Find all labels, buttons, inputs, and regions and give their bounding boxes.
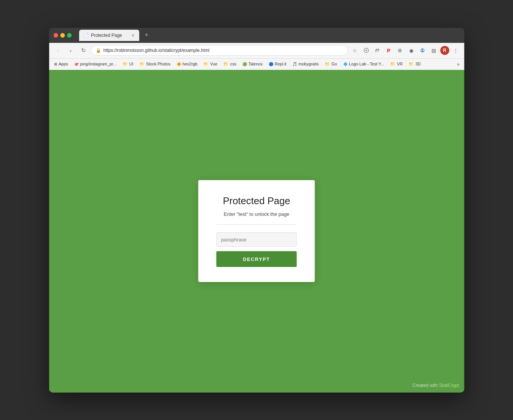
bookmark-talenox[interactable]: 🟢 Talenox (240, 61, 265, 67)
passphrase-input[interactable] (216, 232, 297, 247)
card-title: Protected Page (223, 195, 290, 207)
more-button[interactable]: ⋮ (451, 45, 460, 55)
folder-icon: 📁 (123, 62, 128, 67)
folder-icon: 📁 (409, 62, 414, 67)
bookmark-vr[interactable]: 📁 VR (388, 61, 405, 67)
decrypt-card: Protected Page Enter "test" to unlock th… (198, 180, 315, 282)
bookmark-github-label: ping/instagram_pr... (80, 62, 117, 66)
pinterest-button[interactable]: P (384, 45, 393, 55)
talenox-icon: 🟢 (242, 62, 247, 66)
active-tab[interactable]: 📄 Protected Page × (79, 30, 139, 41)
bookmark-css[interactable]: 📁 css (221, 61, 239, 67)
tab-bar: 📄 Protected Page × + (79, 30, 460, 41)
traffic-lights (53, 33, 71, 38)
bookmark-apps[interactable]: ⊞ Apps (52, 61, 70, 67)
bookmark-hex2rgb-label: hex2rgb (183, 62, 198, 66)
bookmark-apps-label: Apps (59, 62, 68, 66)
mobygratis-icon: 🎵 (292, 62, 297, 66)
toolbar: ‹ › ↻ 🔒 https://robinmoisson.github.io/s… (49, 43, 464, 59)
url-text: https://robinmoisson.github.io/staticryp… (103, 48, 209, 53)
bookmark-stock-photos[interactable]: 📁 Stock Photos (137, 61, 173, 67)
bookmark-vr-label: VR (397, 62, 403, 66)
tab-title: Protected Page (91, 33, 122, 38)
fullscreen-button[interactable] (67, 33, 71, 38)
bookmark-mobygratis-label: mobygratis (298, 62, 319, 66)
refresh-button[interactable]: ↻ (78, 45, 89, 56)
folder-icon: 📁 (203, 62, 209, 67)
settings-button[interactable]: ⚙ (395, 45, 405, 55)
profile-button[interactable]: R (440, 46, 449, 55)
bookmark-logolab-label: Logo Lab - Test Y... (349, 62, 384, 66)
address-bar[interactable]: 🔒 https://robinmoisson.github.io/staticr… (91, 45, 348, 56)
folder-icon: 📁 (390, 62, 395, 67)
card-divider (216, 224, 297, 225)
star-button[interactable]: ☆ (350, 45, 360, 55)
bookmark-repli-label: Repl.it (275, 62, 286, 66)
bookmark-ui[interactable]: 📁 UI (120, 61, 136, 67)
folder-icon: 📁 (139, 62, 145, 67)
bookmark-vue[interactable]: 📁 Vue (201, 61, 219, 67)
lock-icon: 🔒 (96, 48, 101, 53)
close-button[interactable] (53, 33, 58, 38)
staticrypt-link[interactable]: StatiCrypt (439, 383, 459, 388)
bookmark-3d[interactable]: 📁 3D (406, 61, 423, 67)
extensions-button[interactable] (361, 45, 371, 55)
folder-icon: 📁 (223, 62, 229, 67)
bookmark-github[interactable]: 🐙 ping/instagram_pr... (72, 61, 119, 67)
page-content: Protected Page Enter "test" to unlock th… (49, 70, 464, 393)
tab-close-button[interactable]: × (132, 32, 135, 38)
bookmark-vue-label: Vue (210, 62, 217, 66)
bookmark-talenox-label: Talenox (248, 62, 263, 66)
onepassword-button[interactable]: ① (418, 45, 427, 55)
bookmark-go[interactable]: 📁 Go (322, 61, 339, 67)
sidebar-button[interactable]: ▤ (429, 45, 439, 55)
logolab-icon: 💠 (343, 62, 348, 66)
bookmark-stock-label: Stock Photos (146, 62, 171, 66)
new-tab-button[interactable]: + (141, 30, 152, 41)
bookmark-ui-label: UI (129, 62, 133, 66)
bookmark-3d-label: 3D (415, 62, 421, 66)
footer-prefix: Created with (413, 383, 439, 388)
bookmark-repli[interactable]: 🔵 Repl.it (266, 61, 289, 67)
bookmark-css-label: css (230, 62, 236, 66)
hex2rgb-icon: 🔶 (177, 62, 181, 66)
card-subtitle: Enter "test" to unlock the page (224, 211, 289, 217)
minimize-button[interactable] (60, 33, 65, 38)
page-footer: Created with StatiCrypt (413, 383, 459, 388)
repli-icon: 🔵 (269, 62, 273, 66)
bookmarks-more-button[interactable]: » (455, 61, 461, 68)
font-button[interactable]: f? (372, 45, 382, 55)
title-bar: 📄 Protected Page × + (49, 28, 464, 43)
puzzle-button[interactable]: ◉ (406, 45, 416, 55)
bookmark-go-label: Go (331, 62, 337, 66)
toolbar-actions: ☆ f? P ⚙ ◉ ① ▤ R ⋮ (350, 45, 460, 55)
bookmark-logolab[interactable]: 💠 Logo Lab - Test Y... (341, 61, 387, 67)
tab-page-icon: 📄 (83, 33, 89, 38)
decrypt-button[interactable]: DECRYPT (216, 251, 297, 267)
svg-point-1 (365, 50, 367, 51)
back-button[interactable]: ‹ (53, 45, 63, 56)
forward-button[interactable]: › (65, 45, 76, 56)
apps-grid-icon: ⊞ (54, 62, 57, 66)
bookmark-mobygratis[interactable]: 🎵 mobygratis (290, 61, 321, 67)
bookmarks-bar: ⊞ Apps 🐙 ping/instagram_pr... 📁 UI 📁 Sto… (49, 59, 464, 70)
folder-icon: 📁 (325, 62, 330, 67)
browser-window: 📄 Protected Page × + ‹ › ↻ 🔒 https://rob… (49, 28, 464, 393)
github-icon: 🐙 (74, 62, 79, 66)
bookmark-hex2rgb[interactable]: 🔶 hex2rgb (174, 61, 200, 67)
